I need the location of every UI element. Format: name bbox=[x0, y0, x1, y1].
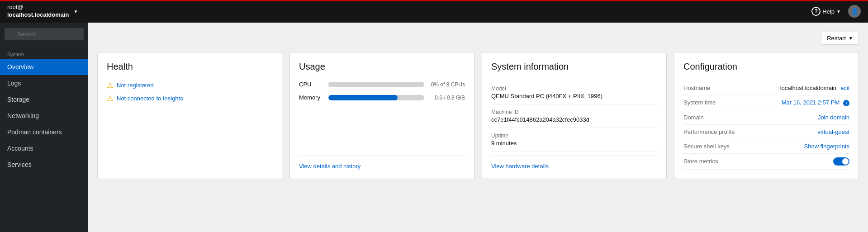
sysinfo-uptime-row: Uptime 9 minutes bbox=[491, 128, 657, 152]
avatar-icon: 👤 bbox=[851, 8, 859, 15]
sidebar-item-logs[interactable]: Logs bbox=[0, 75, 88, 91]
sysinfo-model-row: Model QEMU Standard PC (i440FX + PIIX, 1… bbox=[491, 81, 657, 104]
view-details-link[interactable]: View details and history bbox=[299, 155, 465, 170]
help-button[interactable]: ? Help ▼ bbox=[811, 7, 841, 16]
search-wrap bbox=[5, 28, 84, 40]
config-perfprofile-val: virtual-guest bbox=[817, 128, 849, 135]
health-not-connected: ⚠ Not connected to Insights bbox=[107, 94, 273, 103]
config-card-title: Configuration bbox=[683, 62, 849, 72]
help-circle-icon: ? bbox=[811, 7, 821, 16]
sysinfo-card-title: System information bbox=[491, 62, 657, 72]
search-input[interactable] bbox=[5, 28, 84, 40]
warning-icon-insights: ⚠ bbox=[107, 94, 113, 103]
health-card: Health ⚠ Not registered ⚠ Not connected … bbox=[97, 52, 282, 179]
sidebar-item-podman-label: Podman containers bbox=[7, 128, 62, 136]
user-avatar[interactable]: 👤 bbox=[848, 5, 861, 18]
sysinfo-uptime-key: Uptime bbox=[491, 133, 657, 139]
memory-label: Memory bbox=[299, 94, 324, 101]
config-hostname-row: Hostname localhost.localdomain edit bbox=[683, 81, 849, 95]
memory-value: 0.6 / 0.8 GiB bbox=[429, 95, 465, 101]
config-perfprofile-key: Performance profile bbox=[683, 128, 738, 135]
sidebar-section-system: System bbox=[0, 46, 88, 59]
sidebar-item-logs-label: Logs bbox=[7, 80, 21, 87]
cpu-value: 0% of 8 CPUs bbox=[429, 81, 465, 88]
view-hardware-link[interactable]: View hardware details bbox=[491, 155, 657, 170]
domain-link[interactable]: Join domain bbox=[818, 114, 849, 121]
help-label: Help bbox=[822, 8, 835, 15]
memory-bar-fill bbox=[328, 95, 398, 100]
config-systemtime-val: Mar 16, 2021 2:57 PM i bbox=[782, 99, 849, 106]
health-not-registered: ⚠ Not registered bbox=[107, 81, 273, 90]
cpu-bar-wrap bbox=[328, 82, 424, 87]
sidebar-item-storage[interactable]: Storage bbox=[0, 91, 88, 108]
restart-button[interactable]: Restart ▼ bbox=[821, 32, 859, 45]
topbar-hostname: localhost.localdomain bbox=[7, 11, 69, 19]
restart-dropdown-icon: ▼ bbox=[849, 36, 853, 41]
topbar-actions: ? Help ▼ 👤 bbox=[811, 5, 861, 18]
config-perfprofile-row: Performance profile virtual-guest bbox=[683, 125, 849, 139]
config-systemtime-row: System time Mar 16, 2021 2:57 PM i bbox=[683, 95, 849, 110]
sidebar-item-networking-label: Networking bbox=[7, 112, 39, 119]
sidebar-item-overview[interactable]: Overview bbox=[0, 59, 88, 75]
config-systemtime-key: System time bbox=[683, 99, 738, 106]
sysinfo-machineid-key: Machine ID bbox=[491, 109, 657, 115]
sysinfo-card: System information Model QEMU Standard P… bbox=[482, 52, 667, 179]
cpu-usage-row: CPU 0% of 8 CPUs bbox=[299, 81, 465, 88]
sysinfo-machineid-val: cc7e1f44fc014862a204a32cfec9033d bbox=[491, 116, 657, 123]
content-area: Restart ▼ Health ⚠ Not registered ⚠ Not … bbox=[88, 23, 868, 232]
topbar: root@ localhost.localdomain ▼ ? Help ▼ 👤 bbox=[0, 0, 868, 23]
sidebar-item-accounts-label: Accounts bbox=[7, 145, 33, 152]
main-layout: System Overview Logs Storage Networking … bbox=[0, 23, 868, 232]
sidebar-item-overview-label: Overview bbox=[7, 63, 33, 71]
sysinfo-model-key: Model bbox=[491, 85, 657, 92]
hostname-edit-link[interactable]: edit bbox=[841, 85, 849, 91]
config-domain-val: Join domain bbox=[818, 114, 849, 121]
config-sshkeys-val: Show fingerprints bbox=[804, 143, 849, 150]
sysinfo-model-val: QEMU Standard PC (i440FX + PIIX, 1996) bbox=[491, 93, 657, 99]
usage-card: Usage CPU 0% of 8 CPUs Memory 0.6 / 0.8 … bbox=[289, 52, 474, 179]
help-dropdown-icon: ▼ bbox=[836, 9, 841, 14]
config-sshkeys-row: Secure shell keys Show fingerprints bbox=[683, 139, 849, 154]
content-topbar: Restart ▼ bbox=[97, 32, 859, 45]
config-sshkeys-key: Secure shell keys bbox=[683, 143, 738, 150]
store-metrics-toggle[interactable] bbox=[833, 157, 849, 166]
usage-card-title: Usage bbox=[299, 62, 465, 72]
cpu-label: CPU bbox=[299, 81, 324, 88]
topbar-dropdown-icon[interactable]: ▼ bbox=[74, 9, 78, 14]
memory-usage-row: Memory 0.6 / 0.8 GiB bbox=[299, 94, 465, 101]
config-hostname-val: localhost.localdomain edit bbox=[780, 85, 849, 91]
config-storemetrics-row: Store metrics bbox=[683, 154, 849, 170]
sidebar-item-services[interactable]: Services bbox=[0, 156, 88, 173]
warning-icon-registered: ⚠ bbox=[107, 81, 113, 90]
health-card-title: Health bbox=[107, 62, 273, 72]
topbar-username: root@ bbox=[7, 4, 69, 11]
sysinfo-machineid-row: Machine ID cc7e1f44fc014862a204a32cfec90… bbox=[491, 104, 657, 128]
not-registered-link[interactable]: Not registered bbox=[117, 82, 154, 89]
memory-bar-wrap bbox=[328, 95, 424, 100]
sidebar: System Overview Logs Storage Networking … bbox=[0, 23, 88, 232]
cpu-bar-fill bbox=[328, 82, 330, 87]
systemtime-link[interactable]: Mar 16, 2021 2:57 PM bbox=[782, 99, 840, 106]
config-hostname-key: Hostname bbox=[683, 85, 738, 91]
topbar-identity[interactable]: root@ localhost.localdomain ▼ bbox=[7, 4, 78, 19]
cards-grid: Health ⚠ Not registered ⚠ Not connected … bbox=[97, 52, 859, 179]
sidebar-search-container bbox=[0, 23, 88, 46]
sidebar-item-podman[interactable]: Podman containers bbox=[0, 124, 88, 140]
sidebar-item-storage-label: Storage bbox=[7, 96, 29, 103]
sysinfo-uptime-val: 9 minutes bbox=[491, 140, 657, 147]
config-domain-row: Domain Join domain bbox=[683, 110, 849, 125]
systemtime-info-icon[interactable]: i bbox=[843, 100, 849, 106]
store-metrics-toggle-wrap bbox=[833, 157, 849, 166]
restart-label: Restart bbox=[827, 35, 846, 42]
config-storemetrics-key: Store metrics bbox=[683, 158, 738, 165]
show-fingerprints-link[interactable]: Show fingerprints bbox=[804, 143, 849, 150]
perfprofile-link[interactable]: virtual-guest bbox=[817, 128, 849, 135]
config-domain-key: Domain bbox=[683, 114, 738, 121]
sidebar-item-accounts[interactable]: Accounts bbox=[0, 140, 88, 156]
config-card: Configuration Hostname localhost.localdo… bbox=[674, 52, 859, 179]
not-connected-link[interactable]: Not connected to Insights bbox=[117, 95, 183, 102]
sidebar-item-services-label: Services bbox=[7, 161, 32, 168]
sidebar-item-networking[interactable]: Networking bbox=[0, 108, 88, 124]
